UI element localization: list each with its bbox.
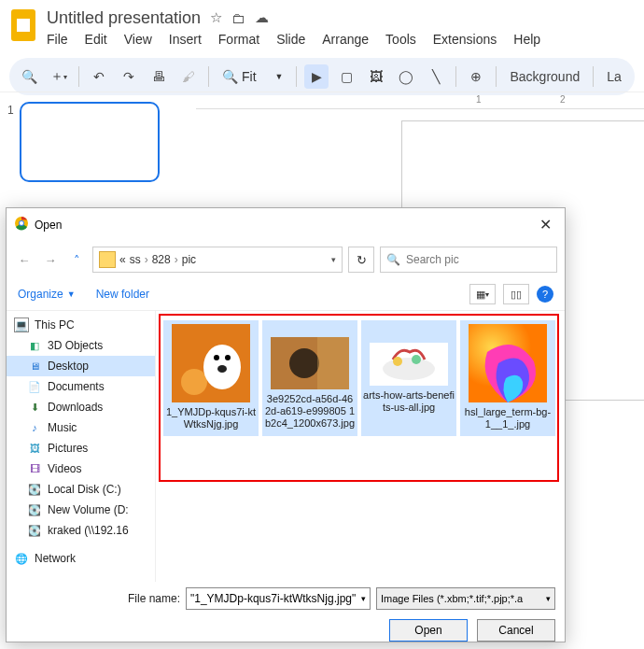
menu-tools[interactable]: Tools <box>385 32 416 47</box>
dialog-nav: ← → ˄ « ss› 828› pic ▾ ↻ 🔍 Search pic <box>7 241 565 278</box>
tree-downloads[interactable]: ⬇Downloads <box>7 397 155 417</box>
menu-insert[interactable]: Insert <box>169 32 202 47</box>
dialog-titlebar: Open ✕ <box>7 208 565 241</box>
tree-local-disk-c[interactable]: 💽Local Disk (C:) <box>7 479 155 500</box>
slide-thumbnail[interactable] <box>20 102 160 182</box>
slide-number: 1 <box>7 102 14 117</box>
dialog-toolbar: Organize ▼ New folder ▦ ▾ ▯▯ ? <box>7 278 565 311</box>
up-icon[interactable]: ˄ <box>66 249 87 270</box>
view-mode-button[interactable]: ▦ ▾ <box>469 284 496 304</box>
filename-label: File name: <box>128 592 180 605</box>
menu-format[interactable]: Format <box>218 32 259 47</box>
zoom-fit[interactable]: 🔍 Fit ▼ <box>217 69 288 84</box>
comment-icon[interactable]: ⊕ <box>464 64 488 89</box>
paint-format-icon[interactable]: 🖌 <box>176 64 201 89</box>
tree-3d-objects[interactable]: ◧3D Objects <box>7 335 155 356</box>
back-icon[interactable]: ← <box>14 249 35 270</box>
tree-network[interactable]: 🌐Network <box>7 548 155 569</box>
forward-icon[interactable]: → <box>40 249 61 270</box>
tree-kraked[interactable]: 💽kraked (\\192.16 <box>7 520 155 541</box>
close-icon[interactable]: ✕ <box>534 214 557 235</box>
tree-videos[interactable]: 🎞Videos <box>7 459 155 479</box>
file-type-filter[interactable]: Image Files (*.xbm;*.tif;*.pjp;*.a ▾ <box>376 587 555 610</box>
tree-documents[interactable]: 📄Documents <box>7 376 155 397</box>
dialog-main: 💻This PC ◧3D Objects 🖥Desktop 📄Documents… <box>7 311 565 582</box>
image-icon[interactable]: 🖼 <box>364 64 388 89</box>
search-icon: 🔍 <box>386 253 400 266</box>
undo-icon[interactable]: ↶ <box>87 64 111 89</box>
search-input[interactable]: 🔍 Search pic <box>380 247 557 273</box>
menu-slide[interactable]: Slide <box>276 32 305 47</box>
menu-arrange[interactable]: Arrange <box>322 32 369 47</box>
svg-point-4 <box>20 221 23 225</box>
menu-help[interactable]: Help <box>513 32 540 47</box>
slides-logo-icon <box>9 7 37 43</box>
menubar: File Edit View Insert Format Slide Arran… <box>47 32 635 47</box>
preview-pane-button[interactable]: ▯▯ <box>503 284 529 304</box>
annotation-highlight <box>159 314 559 482</box>
star-icon[interactable]: ☆ <box>210 9 222 26</box>
folder-icon <box>99 251 116 268</box>
tree-music[interactable]: ♪Music <box>7 417 155 438</box>
cancel-button[interactable]: Cancel <box>477 619 555 642</box>
chevron-down-icon[interactable]: ▾ <box>361 594 366 603</box>
search-icon[interactable]: 🔍 <box>17 64 41 89</box>
file-pane[interactable]: 1_YMJDp-kqus7i-ktWtksNjg.jpg 3e9252cd-a5… <box>156 311 565 582</box>
address-bar[interactable]: « ss› 828› pic ▾ <box>92 247 343 273</box>
file-open-dialog: Open ✕ ← → ˄ « ss› 828› pic ▾ ↻ 🔍 Search… <box>6 207 566 642</box>
chrome-icon <box>14 216 29 233</box>
move-icon[interactable]: 🗀 <box>231 10 245 26</box>
background-button[interactable]: Background <box>504 69 585 84</box>
menu-extensions[interactable]: Extensions <box>433 32 497 47</box>
tree-this-pc[interactable]: 💻This PC <box>7 315 155 335</box>
filename-input[interactable]: "1_YMJDp-kqus7i-ktWtksNjg.jpg" ▾ <box>186 587 371 610</box>
layout-button[interactable]: La <box>601 69 627 84</box>
tree-pictures[interactable]: 🖼Pictures <box>7 438 155 459</box>
dialog-bottom: File name: "1_YMJDp-kqus7i-ktWtksNjg.jpg… <box>7 582 565 647</box>
redo-icon[interactable]: ↷ <box>117 64 141 89</box>
slides-header: Untitled presentation ☆ 🗀 ☁ File Edit Vi… <box>0 0 644 50</box>
open-button[interactable]: Open <box>389 619 468 642</box>
dialog-title: Open <box>35 219 62 232</box>
doc-title[interactable]: Untitled presentation <box>47 8 201 28</box>
menu-view[interactable]: View <box>124 32 152 47</box>
menu-edit[interactable]: Edit <box>85 32 107 47</box>
line-icon[interactable]: ╲ <box>424 64 448 89</box>
refresh-icon[interactable]: ↻ <box>348 247 374 273</box>
organize-button[interactable]: Organize ▼ <box>18 288 76 301</box>
new-slide-icon[interactable]: ＋▾ <box>47 64 71 89</box>
textbox-icon[interactable]: ▢ <box>334 64 358 89</box>
tree-new-volume-d[interactable]: 💽New Volume (D: <box>7 500 155 520</box>
svg-rect-1 <box>17 19 30 32</box>
new-folder-button[interactable]: New folder <box>96 288 149 301</box>
tree-desktop[interactable]: 🖥Desktop <box>7 356 155 376</box>
menu-file[interactable]: File <box>47 32 68 47</box>
chevron-down-icon[interactable]: ▾ <box>546 594 551 603</box>
select-tool-icon[interactable]: ▶ <box>304 64 329 89</box>
cloud-icon[interactable]: ☁ <box>255 9 269 26</box>
help-icon[interactable]: ? <box>537 286 553 303</box>
ruler-horizontal: 1 2 <box>196 92 644 109</box>
nav-tree: 💻This PC ◧3D Objects 🖥Desktop 📄Documents… <box>7 311 156 582</box>
toolbar: 🔍 ＋▾ ↶ ↷ 🖶 🖌 🔍 Fit ▼ ▶ ▢ 🖼 ◯ ╲ ⊕ Backgro… <box>9 58 635 95</box>
chevron-down-icon[interactable]: ▾ <box>331 255 336 264</box>
print-icon[interactable]: 🖶 <box>147 64 171 89</box>
shape-icon[interactable]: ◯ <box>394 64 418 89</box>
